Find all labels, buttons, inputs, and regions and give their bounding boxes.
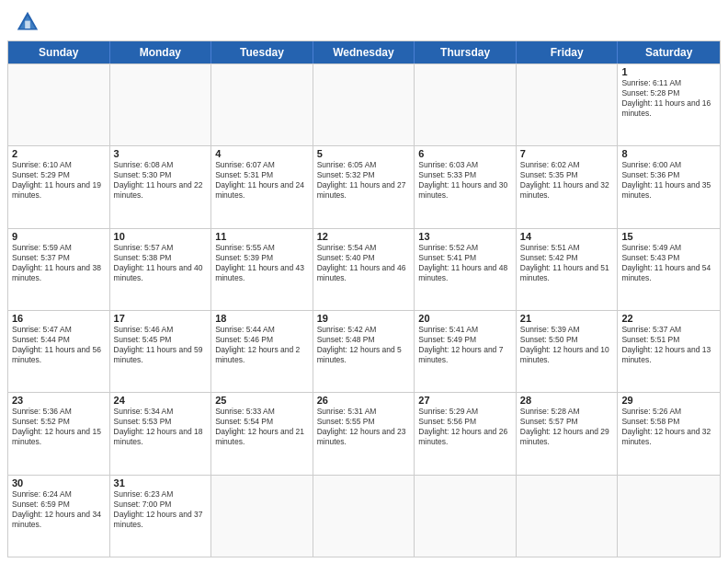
cal-cell: 20Sunrise: 5:41 AM Sunset: 5:49 PM Dayli… — [415, 311, 517, 392]
weekday-header-friday: Friday — [517, 41, 619, 63]
day-number: 26 — [317, 395, 411, 406]
cal-cell: 1Sunrise: 6:11 AM Sunset: 5:28 PM Daylig… — [618, 64, 720, 145]
cal-cell: 19Sunrise: 5:42 AM Sunset: 5:48 PM Dayli… — [313, 311, 415, 392]
day-info: Sunrise: 5:33 AM Sunset: 5:54 PM Dayligh… — [215, 407, 309, 447]
day-number: 21 — [520, 313, 614, 324]
day-number: 24 — [114, 395, 208, 406]
calendar-body: 1Sunrise: 6:11 AM Sunset: 5:28 PM Daylig… — [8, 63, 720, 557]
day-info: Sunrise: 5:59 AM Sunset: 5:37 PM Dayligh… — [12, 243, 106, 283]
week-row-0: 1Sunrise: 6:11 AM Sunset: 5:28 PM Daylig… — [8, 63, 720, 145]
week-row-5: 30Sunrise: 6:24 AM Sunset: 6:59 PM Dayli… — [8, 475, 720, 557]
day-number: 17 — [114, 313, 208, 324]
day-info: Sunrise: 6:11 AM Sunset: 5:28 PM Dayligh… — [621, 78, 716, 119]
page: SundayMondayTuesdayWednesdayThursdayFrid… — [0, 0, 728, 563]
cal-cell: 28Sunrise: 5:28 AM Sunset: 5:57 PM Dayli… — [517, 393, 619, 474]
day-number: 6 — [418, 148, 512, 159]
day-info: Sunrise: 5:34 AM Sunset: 5:53 PM Dayligh… — [114, 407, 208, 447]
cal-cell: 23Sunrise: 5:36 AM Sunset: 5:52 PM Dayli… — [8, 393, 110, 474]
day-info: Sunrise: 6:07 AM Sunset: 5:31 PM Dayligh… — [215, 160, 309, 201]
day-info: Sunrise: 6:24 AM Sunset: 6:59 PM Dayligh… — [12, 489, 106, 530]
cal-cell: 31Sunrise: 6:23 AM Sunset: 7:00 PM Dayli… — [110, 476, 212, 557]
day-info: Sunrise: 5:55 AM Sunset: 5:39 PM Dayligh… — [215, 243, 309, 283]
day-info: Sunrise: 6:05 AM Sunset: 5:32 PM Dayligh… — [317, 160, 411, 201]
cal-cell: 25Sunrise: 5:33 AM Sunset: 5:54 PM Dayli… — [211, 393, 313, 474]
day-info: Sunrise: 5:42 AM Sunset: 5:48 PM Dayligh… — [317, 325, 411, 365]
cal-cell: 7Sunrise: 6:02 AM Sunset: 5:35 PM Daylig… — [517, 146, 619, 227]
cal-cell: 29Sunrise: 5:26 AM Sunset: 5:58 PM Dayli… — [618, 393, 720, 474]
weekday-header-saturday: Saturday — [618, 41, 720, 63]
day-info: Sunrise: 5:29 AM Sunset: 5:56 PM Dayligh… — [418, 407, 512, 447]
cal-cell — [618, 476, 720, 557]
day-number: 11 — [215, 231, 309, 242]
cal-cell — [415, 476, 517, 557]
day-info: Sunrise: 5:51 AM Sunset: 5:42 PM Dayligh… — [520, 243, 614, 283]
weekday-header-sunday: Sunday — [8, 41, 110, 63]
cal-cell: 30Sunrise: 6:24 AM Sunset: 6:59 PM Dayli… — [8, 476, 110, 557]
day-info: Sunrise: 5:37 AM Sunset: 5:51 PM Dayligh… — [621, 325, 716, 365]
weekday-header-monday: Monday — [110, 41, 212, 63]
day-number: 13 — [418, 231, 512, 242]
day-info: Sunrise: 6:10 AM Sunset: 5:29 PM Dayligh… — [12, 160, 106, 201]
day-number: 19 — [317, 313, 411, 324]
weekday-header-thursday: Thursday — [415, 41, 517, 63]
cal-cell: 10Sunrise: 5:57 AM Sunset: 5:38 PM Dayli… — [110, 229, 212, 310]
day-info: Sunrise: 5:28 AM Sunset: 5:57 PM Dayligh… — [520, 407, 614, 447]
day-number: 14 — [520, 231, 614, 242]
day-number: 20 — [418, 313, 512, 324]
day-info: Sunrise: 5:44 AM Sunset: 5:46 PM Dayligh… — [215, 325, 309, 365]
day-number: 25 — [215, 395, 309, 406]
calendar-header-row: SundayMondayTuesdayWednesdayThursdayFrid… — [8, 41, 720, 63]
weekday-header-wednesday: Wednesday — [313, 41, 415, 63]
day-info: Sunrise: 5:31 AM Sunset: 5:55 PM Dayligh… — [317, 407, 411, 447]
day-info: Sunrise: 5:39 AM Sunset: 5:50 PM Dayligh… — [520, 325, 614, 365]
cal-cell — [517, 476, 619, 557]
cal-cell: 5Sunrise: 6:05 AM Sunset: 5:32 PM Daylig… — [313, 146, 415, 227]
cal-cell — [517, 64, 619, 145]
cal-cell: 26Sunrise: 5:31 AM Sunset: 5:55 PM Dayli… — [313, 393, 415, 474]
cal-cell: 12Sunrise: 5:54 AM Sunset: 5:40 PM Dayli… — [313, 229, 415, 310]
calendar: SundayMondayTuesdayWednesdayThursdayFrid… — [7, 40, 721, 557]
cal-cell: 17Sunrise: 5:46 AM Sunset: 5:45 PM Dayli… — [110, 311, 212, 392]
cal-cell: 13Sunrise: 5:52 AM Sunset: 5:41 PM Dayli… — [415, 229, 517, 310]
day-number: 12 — [317, 231, 411, 242]
day-number: 8 — [621, 148, 716, 159]
day-number: 18 — [215, 313, 309, 324]
cal-cell: 9Sunrise: 5:59 AM Sunset: 5:37 PM Daylig… — [8, 229, 110, 310]
cal-cell: 15Sunrise: 5:49 AM Sunset: 5:43 PM Dayli… — [618, 229, 720, 310]
day-info: Sunrise: 6:23 AM Sunset: 7:00 PM Dayligh… — [114, 489, 208, 530]
cal-cell: 4Sunrise: 6:07 AM Sunset: 5:31 PM Daylig… — [211, 146, 313, 227]
day-info: Sunrise: 6:00 AM Sunset: 5:36 PM Dayligh… — [621, 160, 716, 201]
day-info: Sunrise: 6:08 AM Sunset: 5:30 PM Dayligh… — [114, 160, 208, 201]
day-info: Sunrise: 5:26 AM Sunset: 5:58 PM Dayligh… — [621, 407, 716, 447]
cal-cell — [415, 64, 517, 145]
cal-cell — [211, 476, 313, 557]
day-number: 3 — [114, 148, 208, 159]
week-row-3: 16Sunrise: 5:47 AM Sunset: 5:44 PM Dayli… — [8, 310, 720, 392]
cal-cell: 11Sunrise: 5:55 AM Sunset: 5:39 PM Dayli… — [211, 229, 313, 310]
day-info: Sunrise: 5:41 AM Sunset: 5:49 PM Dayligh… — [418, 325, 512, 365]
week-row-4: 23Sunrise: 5:36 AM Sunset: 5:52 PM Dayli… — [8, 392, 720, 474]
day-info: Sunrise: 5:54 AM Sunset: 5:40 PM Dayligh… — [317, 243, 411, 283]
cal-cell: 6Sunrise: 6:03 AM Sunset: 5:33 PM Daylig… — [415, 146, 517, 227]
day-info: Sunrise: 5:52 AM Sunset: 5:41 PM Dayligh… — [418, 243, 512, 283]
day-info: Sunrise: 6:03 AM Sunset: 5:33 PM Dayligh… — [418, 160, 512, 201]
cal-cell: 3Sunrise: 6:08 AM Sunset: 5:30 PM Daylig… — [110, 146, 212, 227]
day-number: 1 — [621, 66, 716, 77]
day-number: 7 — [520, 148, 614, 159]
day-info: Sunrise: 6:02 AM Sunset: 5:35 PM Dayligh… — [520, 160, 614, 201]
day-number: 10 — [114, 231, 208, 242]
day-info: Sunrise: 5:57 AM Sunset: 5:38 PM Dayligh… — [114, 243, 208, 283]
day-number: 15 — [621, 231, 716, 242]
week-row-2: 9Sunrise: 5:59 AM Sunset: 5:37 PM Daylig… — [8, 228, 720, 310]
day-number: 28 — [520, 395, 614, 406]
cal-cell: 21Sunrise: 5:39 AM Sunset: 5:50 PM Dayli… — [517, 311, 619, 392]
day-info: Sunrise: 5:36 AM Sunset: 5:52 PM Dayligh… — [12, 407, 106, 447]
day-info: Sunrise: 5:49 AM Sunset: 5:43 PM Dayligh… — [621, 243, 716, 283]
cal-cell: 14Sunrise: 5:51 AM Sunset: 5:42 PM Dayli… — [517, 229, 619, 310]
cal-cell: 8Sunrise: 6:00 AM Sunset: 5:36 PM Daylig… — [618, 146, 720, 227]
cal-cell — [110, 64, 212, 145]
day-number: 27 — [418, 395, 512, 406]
week-row-1: 2Sunrise: 6:10 AM Sunset: 5:29 PM Daylig… — [8, 145, 720, 227]
day-number: 9 — [12, 231, 106, 242]
day-number: 5 — [317, 148, 411, 159]
